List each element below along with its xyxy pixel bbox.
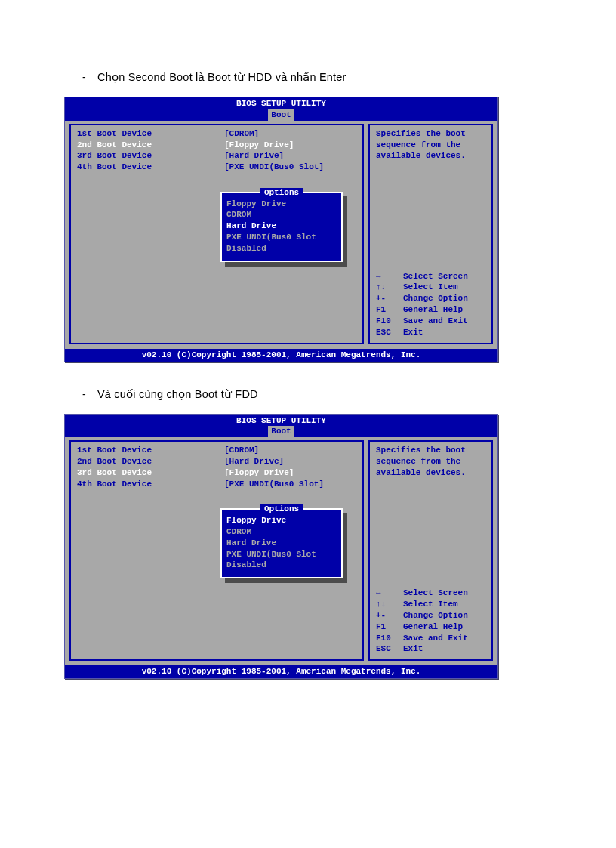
boot-row-1b[interactable]: 1st Boot Device[CDROM] [77,445,358,456]
bios2-opt-5[interactable]: Disabled [226,560,337,571]
bios1-footer: v02.10 (C)Copyright 1985-2001, American … [65,349,497,362]
bios1-opt-5[interactable]: Disabled [226,243,337,254]
boot-row-4b[interactable]: 4th Boot Device[PXE UNDI(Bus0 Slot] [77,479,358,490]
bios2-footer: v02.10 (C)Copyright 1985-2001, American … [65,665,497,678]
caption-row-2: - Và cuối cùng chọn Boot từ FDD [82,388,552,400]
bios2-options-popup[interactable]: Options Floppy Drive CDROM Hard Drive PX… [220,508,343,578]
bios-screenshot-1: BIOS SETUP UTILITY Boot 1st Boot Device[… [64,97,498,362]
boot-row-3b[interactable]: 3rd Boot Device[Floppy Drive] [77,467,358,479]
bios1-options-title: Options [226,187,337,199]
bios1-tab[interactable]: Boot [268,109,294,121]
bios-screenshot-2: BIOS SETUP UTILITY Boot 1st Boot Device[… [64,414,498,680]
bios2-left-panel: 1st Boot Device[CDROM] 2nd Boot Device[H… [69,440,364,661]
bios1-opt-1[interactable]: Floppy Drive [226,199,337,210]
bios1-opt-4[interactable]: PXE UNDI(Bus0 Slot [226,232,337,243]
bios1-body: 1st Boot Device[CDROM] 2nd Boot Device[F… [65,121,497,349]
bios2-tab[interactable]: Boot [268,426,294,437]
bios2-opt-2[interactable]: CDROM [226,526,337,538]
bios1-keys: ↔Select Screen ↑↓Select Item +-Change Op… [376,271,487,338]
bios1-left-panel: 1st Boot Device[CDROM] 2nd Boot Device[F… [69,124,364,344]
bios2-opt-1[interactable]: Floppy Drive [226,515,337,526]
boot-row-2[interactable]: 2nd Boot Device[Floppy Drive] [77,140,358,151]
bios1-options-popup[interactable]: Options Floppy Drive CDROM Hard Drive PX… [220,192,343,262]
bios1-help: Specifies the boot sequence from the ava… [376,128,487,162]
bios2-body: 1st Boot Device[CDROM] 2nd Boot Device[H… [65,437,497,665]
bios2-options-title: Options [226,504,337,515]
caption-row-1: - Chọn Second Boot là Boot từ HDD và nhấ… [82,71,552,83]
caption-1: Chọn Second Boot là Boot từ HDD và nhấn … [97,71,346,83]
bios2-keys: ↔Select Screen ↑↓Select Item +-Change Op… [376,587,487,655]
bios1-right-panel: Specifies the boot sequence from the ava… [368,124,493,344]
caption-2: Và cuối cùng chọn Boot từ FDD [97,388,258,400]
bios1-opt-3[interactable]: Hard Drive [226,220,337,232]
bullet-2: - [82,388,97,400]
bios2-header: BIOS SETUP UTILITY Boot [65,415,497,438]
bios1-header: BIOS SETUP UTILITY Boot [65,97,497,121]
bios2-right-panel: Specifies the boot sequence from the ava… [368,440,493,661]
bios2-title: BIOS SETUP UTILITY [65,415,497,427]
bios2-opt-3[interactable]: Hard Drive [226,538,337,549]
boot-row-2b[interactable]: 2nd Boot Device[Hard Drive] [77,456,358,467]
boot-row-3[interactable]: 3rd Boot Device[Hard Drive] [77,150,358,162]
bios1-opt-2[interactable]: CDROM [226,209,337,220]
bios1-title: BIOS SETUP UTILITY [65,98,497,109]
boot-row-1[interactable]: 1st Boot Device[CDROM] [77,128,358,140]
bios2-opt-4[interactable]: PXE UNDI(Bus0 Slot [226,549,337,560]
bullet-1: - [82,71,97,83]
boot-row-4[interactable]: 4th Boot Device[PXE UNDI(Bus0 Slot] [77,162,358,173]
bios2-help: Specifies the boot sequence from the ava… [376,445,487,479]
